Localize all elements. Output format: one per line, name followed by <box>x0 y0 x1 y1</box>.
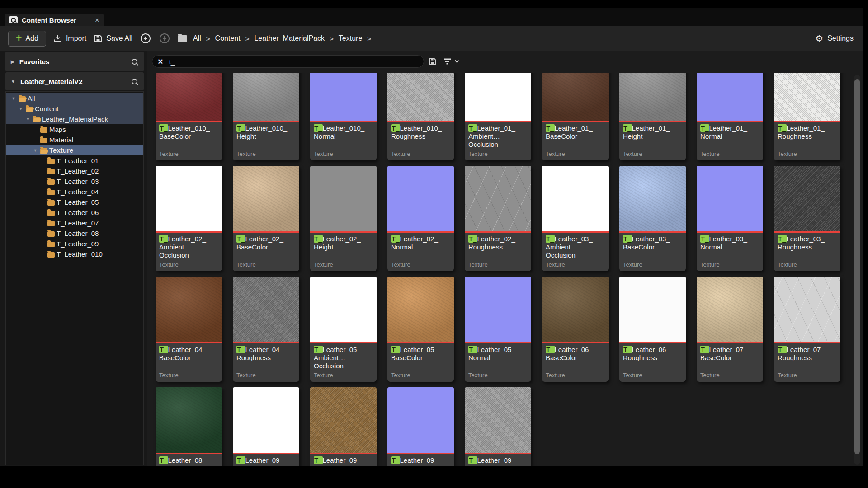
asset-tile[interactable]: T_Leather_09_ Texture <box>465 387 531 466</box>
tree-item[interactable]: T_Leather_09 <box>6 239 143 249</box>
tree-expand-arrow-icon[interactable]: ▼ <box>18 107 24 111</box>
tree-item[interactable]: T_Leather_010 <box>6 249 143 259</box>
asset-tile[interactable]: T_Leather_03_BaseColor Texture <box>619 166 686 271</box>
back-button[interactable] <box>140 33 151 44</box>
tree-item[interactable]: ▼ Content <box>6 103 143 114</box>
asset-tile[interactable]: T_Leather_04_Roughness Texture <box>233 277 299 382</box>
asset-tile[interactable]: T_Leather_010_Normal Texture <box>310 73 377 160</box>
tree-item[interactable]: ▼ Leather_MaterialPack <box>6 114 143 124</box>
asset-type: Texture <box>391 372 410 379</box>
breadcrumb-item[interactable]: Content <box>215 34 241 42</box>
asset-tile[interactable]: T_Leather_05_BaseColor Texture <box>387 277 454 382</box>
asset-label-area: T_Leather_02_Normal Texture <box>387 233 454 271</box>
tree-item[interactable]: T_Leather_02 <box>6 166 143 176</box>
asset-tile[interactable]: T_Leather_04_BaseColor Texture <box>156 277 222 382</box>
asset-tile[interactable]: T_Leather_05_Ambient…Occlusion Texture <box>310 277 377 382</box>
settings-button[interactable]: ⚙ Settings <box>815 34 855 43</box>
asset-tile[interactable]: T_Leather_02_Roughness Texture <box>465 166 531 271</box>
tree-expand-arrow-icon[interactable]: ▼ <box>25 117 31 122</box>
asset-name: T_Leather_08_ <box>156 454 222 465</box>
tree-item[interactable]: ▼ All <box>6 93 143 103</box>
asset-type: Texture <box>700 150 720 157</box>
tree-item[interactable]: T_Leather_07 <box>6 218 143 228</box>
breadcrumb-chevron-icon: > <box>245 35 250 42</box>
tree-item[interactable]: T_Leather_06 <box>6 207 143 218</box>
tree-item-label: All <box>28 94 35 102</box>
asset-tile[interactable]: T_Leather_02_Normal Texture <box>387 166 454 271</box>
vertical-scrollbar[interactable] <box>854 75 860 465</box>
scrollbar-thumb[interactable] <box>854 79 860 454</box>
asset-tile[interactable]: T_Leather_08_ Texture <box>156 387 222 466</box>
tab-content-browser[interactable]: Content Browser × <box>5 14 104 26</box>
import-button[interactable]: Import <box>53 34 86 43</box>
asset-tile[interactable]: T_Leather_09_ Texture <box>233 387 299 466</box>
breadcrumb-item[interactable]: All <box>193 34 201 42</box>
breadcrumb[interactable]: All>Content>Leather_MaterialPack>Texture… <box>178 34 371 42</box>
breadcrumb-item[interactable]: Leather_MaterialPack <box>254 34 325 42</box>
asset-name: T_Leather_010_Roughness <box>387 122 454 141</box>
save-search-icon[interactable] <box>429 57 437 66</box>
asset-tile[interactable]: T_Leather_06_BaseColor Texture <box>542 277 609 382</box>
search-match-highlight: T_ <box>314 456 323 464</box>
asset-tile[interactable]: T_Leather_03_Ambient…Occlusion Texture <box>542 166 609 271</box>
collection-header[interactable]: ▼ Leather_MaterialV2 <box>5 72 144 90</box>
asset-label-area: T_Leather_09_ Texture <box>310 454 377 466</box>
save-all-button-label: Save All <box>106 34 132 42</box>
asset-thumbnail <box>774 166 840 231</box>
tree-item-label: Content <box>35 105 59 113</box>
filter-icon[interactable] <box>443 58 459 65</box>
asset-label-area: T_Leather_07_Roughness Texture <box>774 343 840 382</box>
tree-item[interactable]: T_Leather_04 <box>6 187 143 197</box>
breadcrumb-item[interactable]: Texture <box>339 34 362 42</box>
asset-thumbnail <box>542 166 609 231</box>
asset-name: T_Leather_01_Normal <box>697 122 763 141</box>
asset-tile[interactable]: T_Leather_03_Roughness Texture <box>774 166 840 271</box>
asset-label-area: T_Leather_03_Normal Texture <box>697 233 763 271</box>
search-icon[interactable] <box>132 59 137 65</box>
asset-tile[interactable]: T_Leather_02_Ambient…Occlusion Texture <box>156 166 222 271</box>
asset-tile[interactable]: T_Leather_02_BaseColor Texture <box>233 166 299 271</box>
add-button[interactable]: + Add <box>8 31 46 47</box>
asset-tile[interactable]: T_Leather_010_Height Texture <box>233 73 299 160</box>
tree-expand-arrow-icon[interactable]: ▼ <box>10 96 17 101</box>
asset-tile[interactable]: T_Leather_09_ Texture <box>387 387 454 466</box>
tree-item[interactable]: T_Leather_01 <box>6 155 143 166</box>
search-match-highlight: T_ <box>236 124 245 132</box>
asset-tile[interactable]: T_Leather_01_BaseColor Texture <box>542 73 609 160</box>
asset-tile[interactable]: T_Leather_06_Roughness Texture <box>619 277 686 382</box>
asset-tile[interactable]: T_Leather_010_BaseColor Texture <box>156 73 222 160</box>
collapsed-arrow-icon[interactable]: ▶ <box>11 59 14 64</box>
asset-tile[interactable]: T_Leather_05_Normal Texture <box>465 277 531 382</box>
tree-item[interactable]: Material <box>6 135 143 145</box>
asset-tile[interactable]: T_Leather_01_Normal Texture <box>697 73 763 160</box>
tree-expand-arrow-icon[interactable]: ▼ <box>32 148 38 153</box>
expanded-arrow-icon[interactable]: ▼ <box>11 79 15 84</box>
close-icon[interactable]: × <box>95 16 99 24</box>
asset-tile[interactable]: T_Leather_01_Ambient…Occlusion Texture <box>465 73 531 160</box>
asset-type: Texture <box>236 150 256 157</box>
asset-tile[interactable]: T_Leather_02_Height Texture <box>310 166 377 271</box>
tree-item[interactable]: T_Leather_08 <box>6 228 143 239</box>
save-all-button[interactable]: Save All <box>94 34 132 43</box>
folder-icon <box>47 252 55 258</box>
asset-tile[interactable]: T_Leather_03_Normal Texture <box>697 166 763 271</box>
tree-item[interactable]: T_Leather_03 <box>6 176 143 187</box>
asset-tile[interactable]: T_Leather_07_Roughness Texture <box>774 277 840 382</box>
clear-search-icon[interactable]: × <box>158 57 163 66</box>
tree-item[interactable]: ▼ Texture <box>6 145 143 155</box>
asset-tile[interactable]: T_Leather_010_Roughness Texture <box>387 73 454 160</box>
asset-label-area: T_Leather_09_ Texture <box>233 454 299 466</box>
asset-tile[interactable]: T_Leather_01_Height Texture <box>619 73 686 160</box>
asset-name: T_Leather_02_Height <box>310 233 377 251</box>
asset-tile[interactable]: T_Leather_09_ Texture <box>310 387 377 466</box>
asset-tile[interactable]: T_Leather_01_Roughness Texture <box>774 73 840 160</box>
search-icon[interactable] <box>132 79 137 84</box>
favorites-header[interactable]: ▶ Favorites <box>5 52 144 71</box>
asset-tile[interactable]: T_Leather_07_BaseColor Texture <box>697 277 763 382</box>
tree-item[interactable]: T_Leather_05 <box>6 197 143 207</box>
asset-search-bar[interactable]: × <box>152 55 424 68</box>
tree-item[interactable]: Maps <box>6 124 143 135</box>
forward-button[interactable] <box>159 33 170 44</box>
asset-thumbnail <box>542 73 609 121</box>
search-input[interactable] <box>168 57 405 66</box>
